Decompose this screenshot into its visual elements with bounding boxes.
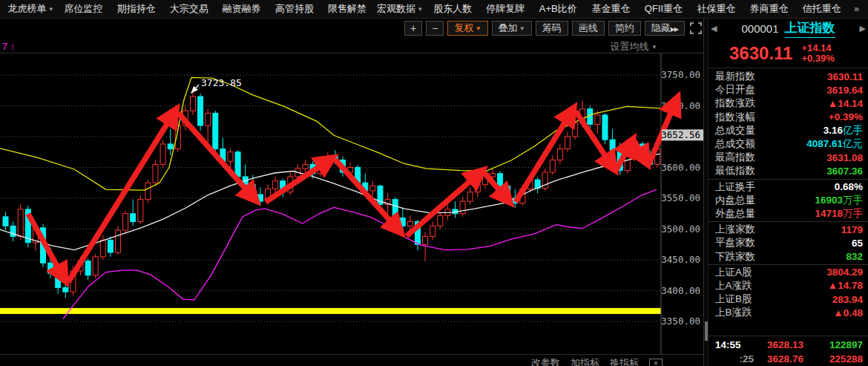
menu-item[interactable]: 高管持股 xyxy=(268,2,320,16)
chart-action-link[interactable]: 换指标 xyxy=(610,356,639,366)
chart-bottom-bar: 改参数加指标换指标× xyxy=(0,354,703,366)
quote-row: 外盘总量14718万手 xyxy=(708,207,868,220)
axis-tick-label: 3400.00 xyxy=(661,285,700,296)
menu-item[interactable]: 期指持仓 xyxy=(110,2,162,16)
panel-scrollbar[interactable] xyxy=(704,19,708,366)
menu-item[interactable]: 宏观数据 ▼ xyxy=(374,2,427,16)
plot-svg[interactable]: 3750.003700.003650.003600.003550.003500.… xyxy=(0,53,703,354)
quote-value: 3630.11 xyxy=(827,71,863,82)
menu-item[interactable]: 信托重仓 xyxy=(795,2,848,16)
menu-more-button[interactable]: » xyxy=(848,4,864,14)
quote-value: 16903万手 xyxy=(815,194,863,207)
tick-trade-row: :253628.76225288 xyxy=(708,352,868,366)
quote-row: 总成交额4087.61亿元 xyxy=(708,137,868,151)
close-indicator-button[interactable]: × xyxy=(649,359,662,366)
quote-row: 指数涨跌▲14.14 xyxy=(708,97,868,110)
quote-row: 下跌家数832 xyxy=(708,249,868,263)
toolbar-button[interactable]: 隐藏▶▶ xyxy=(645,21,685,36)
quote-value: ▲14.14 xyxy=(828,98,863,109)
support-band xyxy=(0,308,661,314)
quote-value: ▲0.48 xyxy=(833,307,863,318)
quote-row: 最低指数3607.36 xyxy=(708,164,868,177)
scrollbar-thumb[interactable] xyxy=(705,321,708,341)
menu-item[interactable]: A+B比价 xyxy=(532,2,585,16)
quote-row: 总成交量3.16亿手 xyxy=(708,124,868,137)
quote-label: 最新指数 xyxy=(715,70,755,83)
chart-legend-row: 7 ↑ 设置均线 ▼ xyxy=(0,39,703,53)
quote-label: 最高指数 xyxy=(715,151,755,164)
quote-value: +0.39% xyxy=(829,111,863,122)
chart-region: +−复权 ▼叠加 ▼筹码画线简约隐藏▶▶ 7 ↑ 设置均线 ▼ 3750.003… xyxy=(0,19,703,366)
quote-label: 指数涨跌 xyxy=(715,97,755,110)
quote-label: 上证B股 xyxy=(715,293,752,306)
quote-label: 最低指数 xyxy=(715,164,755,177)
menu-item[interactable]: 席位监控 xyxy=(57,2,110,16)
quote-value: ▲14.78 xyxy=(828,280,863,291)
boll-upper-line xyxy=(0,77,660,190)
quote-label: 上B涨跌 xyxy=(715,306,752,319)
quote-value: 1179 xyxy=(841,224,863,235)
quote-row: 上证B股283.94 xyxy=(708,293,868,306)
quote-row: 最新指数3630.11 xyxy=(708,70,868,83)
axis-tick-label: 3500.00 xyxy=(661,223,700,235)
price-change-percent: +0.39% xyxy=(801,53,834,64)
axis-tick-label: 3350.00 xyxy=(661,316,700,327)
chevron-down-icon: ▼ xyxy=(473,25,481,32)
menu-item[interactable]: 基金重仓 xyxy=(585,2,637,16)
quote-panel: ◀ 000001 上证指数 ▶ 3630.11 +14.14 +0.39% 最新… xyxy=(703,19,868,366)
axis-tick-label: 3700.00 xyxy=(661,100,700,111)
prev-stock-icon[interactable]: ◀ xyxy=(711,24,717,33)
row-separator xyxy=(708,221,868,222)
chart-toolbar: +−复权 ▼叠加 ▼筹码画线简约隐藏▶▶ xyxy=(404,21,702,36)
quote-row: 上A涨跌▲14.78 xyxy=(708,279,868,293)
menu-item[interactable]: 券商重仓 xyxy=(743,2,795,16)
quote-label: 今日开盘 xyxy=(715,83,755,97)
quote-row: 上涨家数1179 xyxy=(708,223,868,236)
quote-label: 指数涨幅 xyxy=(715,111,755,124)
toolbar-button[interactable]: 简约 xyxy=(608,21,641,36)
axis-tick-label: 3450.00 xyxy=(661,254,700,265)
menu-item[interactable]: 融资融券 xyxy=(215,2,268,16)
chart-action-link[interactable]: 改参数 xyxy=(531,356,560,366)
quote-label: 下跌家数 xyxy=(715,250,755,264)
tick-trade-row: 14:553628.13122897 xyxy=(708,338,868,352)
quote-label: 总成交量 xyxy=(715,124,755,137)
stock-name[interactable]: 上证指数 xyxy=(785,19,835,38)
toolbar-button[interactable]: 画线 xyxy=(572,21,605,36)
quote-label: 内盘总量 xyxy=(715,194,755,207)
menu-item[interactable]: 龙虎榜单 ▼ xyxy=(4,2,57,16)
zoom-in-button[interactable]: + xyxy=(404,21,422,36)
quote-value: 14718万手 xyxy=(815,207,863,220)
quote-row: 上证A股3804.29 xyxy=(708,266,868,279)
menu-item[interactable]: 社保重仓 xyxy=(690,2,743,16)
fullscreen-icon[interactable] xyxy=(690,22,702,34)
quote-label: 外盘总量 xyxy=(715,207,755,220)
quote-row: 最高指数3631.08 xyxy=(708,151,868,164)
menu-item[interactable]: 大宗交易 xyxy=(162,2,215,16)
menu-item[interactable]: 限售解禁 xyxy=(320,2,373,16)
last-price: 3630.11 xyxy=(729,43,792,64)
quote-value: 0.68% xyxy=(835,181,863,192)
quote-row: 指数涨幅+0.39% xyxy=(708,111,868,124)
chevron-down-icon: ▼ xyxy=(651,44,657,50)
quote-value: 65 xyxy=(852,238,863,249)
candlestick-plot[interactable]: 3750.003700.003650.003600.003550.003500.… xyxy=(0,53,703,357)
menu-item[interactable]: 股东人数 xyxy=(427,2,479,16)
quote-value: 3619.64 xyxy=(826,85,863,96)
quote-value: 832 xyxy=(846,251,863,262)
toolbar-button[interactable]: 复权 ▼ xyxy=(447,21,487,36)
toolbar-button[interactable]: 叠加 ▼ xyxy=(492,21,532,36)
chart-action-link[interactable]: 加指标 xyxy=(571,356,599,366)
quote-label: 上涨家数 xyxy=(715,223,755,236)
menu-item[interactable]: 停牌复牌 xyxy=(479,2,532,16)
menu-item[interactable]: QFII重仓 xyxy=(637,2,690,16)
top-menu-bar: 龙虎榜单 ▼席位监控期指持仓大宗交易融资融券高管持股限售解禁宏观数据 ▼股东人数… xyxy=(0,0,868,19)
quote-label: 平盘家数 xyxy=(715,236,755,249)
row-separator xyxy=(708,264,868,265)
fast-forward-icon: ▶▶ xyxy=(671,26,678,33)
ma-settings-button[interactable]: 设置均线 ▼ xyxy=(610,40,657,53)
toolbar-button[interactable]: 筹码 xyxy=(536,21,568,36)
zoom-out-button[interactable]: − xyxy=(426,21,444,36)
next-stock-icon[interactable]: ▶ xyxy=(860,24,866,33)
axis-tick-label: 3600.00 xyxy=(661,162,700,173)
